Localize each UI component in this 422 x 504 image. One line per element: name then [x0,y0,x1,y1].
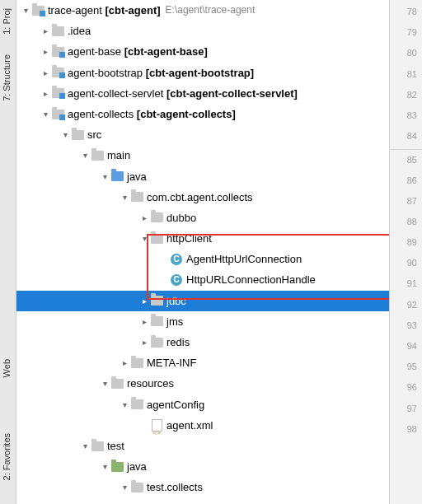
line-number: 89 [390,232,422,253]
chevron-down-icon[interactable]: ▾ [138,228,150,249]
module-folder-icon [51,108,64,121]
node-label: HttpURLConnectionHandle [186,269,316,290]
chevron-down-icon[interactable]: ▾ [99,456,110,477]
tree-node-test-java[interactable]: ▾ java [16,456,389,477]
folder-icon [110,377,124,390]
chevron-right-icon[interactable]: ▸ [40,83,51,104]
node-label: test [107,436,124,456]
line-number: 93 [390,315,422,336]
line-number: 92 [390,295,422,315]
line-number: 85 [390,149,422,170]
tree-node-class-a[interactable]: C AgentHttpUrlConnection [16,249,389,269]
package-icon [130,357,143,370]
tree-node-root[interactable]: ▾ trace-agent [cbt-agent] E:\agent\trace… [16,0,389,21]
line-number: 80 [390,43,422,63]
package-icon [150,232,163,245]
source-folder-icon [110,170,124,183]
package-icon [130,398,143,411]
tree-node-jms[interactable]: ▸ jms [16,311,389,332]
line-number: 94 [390,336,422,357]
tree-node-class-b[interactable]: C HttpURLConnectionHandle [16,269,389,290]
side-tab-web[interactable]: Web [0,354,13,382]
tree-node-src[interactable]: ▾ src [16,124,389,145]
tree-node-idea[interactable]: ▸ .idea [16,21,389,41]
node-label: agent-bootstrap [cbt-agent-bootstrap] [68,63,254,83]
chevron-down-icon[interactable]: ▾ [119,187,130,208]
node-label: jms [166,311,183,332]
xml-file-icon [150,418,163,432]
side-tab-structure[interactable]: 7: Structure [0,49,13,106]
module-folder-icon [51,66,64,79]
tree-node-test[interactable]: ▾ test [16,436,389,456]
chevron-right-icon[interactable]: ▸ [138,311,150,332]
chevron-down-icon[interactable]: ▾ [99,166,110,187]
tree-node-agent-bootstrap[interactable]: ▸ agent-bootstrap [cbt-agent-bootstrap] [16,63,389,83]
tree-node-agent-xml[interactable]: agent.xml [16,415,389,436]
node-label: agentConfig [147,394,204,415]
chevron-right-icon[interactable]: ▸ [40,21,51,41]
line-number: 83 [390,105,422,126]
tree-node-jdbc[interactable]: ▸ jdbc [16,291,389,311]
folder-icon [91,149,104,162]
node-label: java [127,166,147,187]
node-label: jdbc [166,291,186,311]
tree-node-test-collects[interactable]: ▾ test.collects [16,477,389,497]
chevron-down-icon[interactable]: ▾ [79,436,91,456]
node-label: .idea [68,21,91,41]
test-folder-icon [110,460,124,474]
side-tab-project[interactable]: 1: Proj [0,3,13,40]
package-icon [130,190,143,203]
tree-node-dubbo[interactable]: ▸ dubbo [16,208,389,228]
chevron-right-icon[interactable]: ▸ [119,352,130,373]
tree-node-package[interactable]: ▾ com.cbt.agent.collects [16,187,389,208]
chevron-down-icon[interactable]: ▾ [20,0,31,21]
node-label: test.collects [147,477,203,497]
folder-icon [71,128,84,142]
node-label: dubbo [166,208,196,228]
line-number: 82 [390,85,422,105]
tree-node-httpclient[interactable]: ▾ httpClient [16,228,389,249]
node-label: httpClient [166,228,212,249]
chevron-down-icon[interactable]: ▾ [99,373,110,394]
side-tab-favorites[interactable]: 2: Favorites [0,428,13,485]
tree-node-agent-base[interactable]: ▸ agent-base [cbt-agent-base] [16,41,389,62]
tree-node-redis[interactable]: ▸ redis [16,332,389,352]
node-label: java [127,456,147,477]
node-label: agent-base [cbt-agent-base] [68,41,208,62]
node-label: agent.xml [166,415,213,436]
chevron-right-icon[interactable]: ▸ [40,41,51,62]
module-folder-icon [51,86,64,100]
tree-node-meta-inf[interactable]: ▸ META-INF [16,352,389,373]
node-label: trace-agent [cbt-agent] [48,0,161,21]
node-label: agent-collect-servlet [cbt-agent-collect… [68,83,298,104]
chevron-down-icon[interactable]: ▾ [59,124,71,145]
node-path: E:\agent\trace-agent [166,0,256,21]
chevron-down-icon[interactable]: ▾ [119,477,130,497]
line-number: 97 [390,399,422,419]
tree-node-agent-collects[interactable]: ▾ agent-collects [cbt-agent-collects] [16,104,389,124]
package-icon [150,211,163,224]
tree-node-java[interactable]: ▾ java [16,166,389,187]
chevron-right-icon[interactable]: ▸ [138,291,150,311]
chevron-right-icon[interactable]: ▸ [138,332,150,352]
tree-node-main[interactable]: ▾ main [16,145,389,166]
line-number: 78 [390,2,422,22]
package-icon [130,481,143,494]
line-number: 91 [390,273,422,294]
chevron-down-icon[interactable]: ▾ [40,104,51,124]
chevron-down-icon[interactable]: ▾ [119,394,130,415]
tree-node-agent-collect-servlet[interactable]: ▸ agent-collect-servlet [cbt-agent-colle… [16,83,389,104]
node-label: agent-collects [cbt-agent-collects] [68,104,236,124]
editor-gutter: 78 79 80 81 82 83 84 85 86 87 88 89 90 9… [389,0,422,504]
node-label: AgentHttpUrlConnection [186,249,302,269]
tree-node-resources[interactable]: ▾ resources [16,373,389,394]
tree-node-agentconfig[interactable]: ▾ agentConfig [16,394,389,415]
chevron-down-icon[interactable]: ▾ [79,145,91,166]
node-label: resources [127,373,174,394]
chevron-right-icon[interactable]: ▸ [40,63,51,83]
chevron-right-icon[interactable]: ▸ [138,208,150,228]
class-icon: C [170,273,183,287]
project-tree[interactable]: ▾ trace-agent [cbt-agent] E:\agent\trace… [16,0,389,504]
line-number: 98 [390,419,422,440]
node-label: redis [166,332,190,352]
